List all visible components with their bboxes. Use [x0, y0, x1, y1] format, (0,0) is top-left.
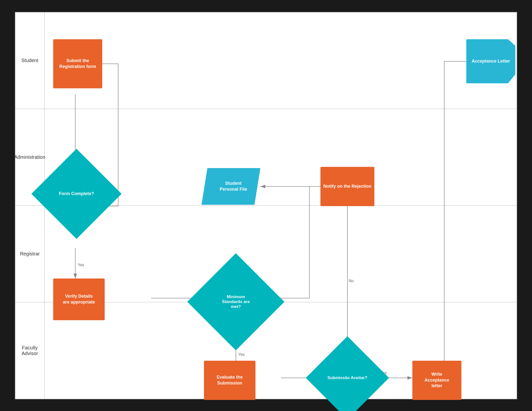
acceptance-letter-label: Acceptance Letter — [470, 56, 512, 66]
verify-details-label: Verify Details are appropriate — [61, 292, 97, 307]
submit-form-label: Submit the Registration form — [53, 56, 102, 71]
submit-form-shape: Submit the Registration form — [53, 39, 102, 88]
lane-label-registrar: Registrar — [15, 206, 45, 302]
lane-label-student: Student — [15, 12, 45, 109]
notify-rejection-shape: Notify on the Rejection — [320, 167, 374, 206]
evaluate-submission-label: Evaluate the Submission — [215, 372, 245, 388]
verify-details-shape: Verify Details are appropriate — [53, 278, 105, 320]
evaluate-submission-shape: Evaluate the Submission — [204, 361, 255, 400]
write-acceptance-shape: Write Acceptance letter — [412, 361, 461, 400]
notify-rejection-label: Notify on the Rejection — [321, 182, 373, 191]
lane-content-student — [45, 12, 517, 109]
student-file-label: Student Personal File — [220, 181, 247, 192]
student-file-shape: Student Personal File — [202, 168, 260, 205]
diagram-container: Student Administration Registrar Faculty… — [15, 12, 517, 399]
acceptance-letter-shape: Acceptance Letter — [466, 39, 515, 83]
lane-label-faculty: Faculty Advisor — [15, 302, 45, 399]
lane-content-registrar — [45, 206, 517, 302]
write-acceptance-label: Write Acceptance letter — [422, 370, 451, 391]
